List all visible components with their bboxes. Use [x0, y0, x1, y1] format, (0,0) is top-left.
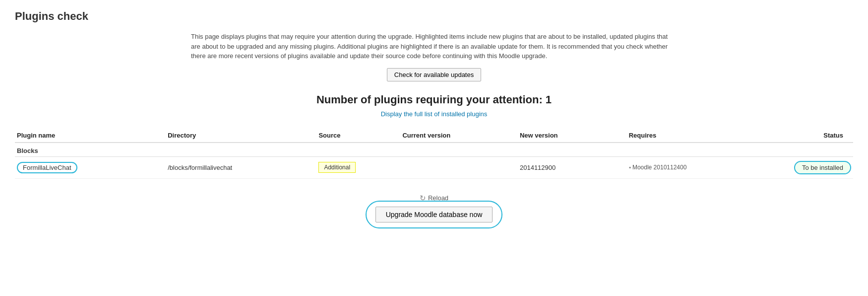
current-version [400, 156, 518, 178]
source-badge: Additional [318, 162, 356, 173]
bottom-section: ↻ Reload Upgrade Moodle database now [15, 194, 853, 222]
plugin-directory: /blocks/formillalivechat [166, 156, 316, 178]
reload-label: Reload [428, 194, 448, 202]
plugin-source: Additional [316, 156, 400, 178]
table-row: FormillaLiveChat/blocks/formillalivechat… [15, 156, 853, 178]
status-cell: To be installed [761, 156, 853, 178]
upgrade-button-wrap: Upgrade Moodle database now [375, 207, 493, 222]
reload-wrap: ↻ Reload [15, 194, 853, 203]
full-list-link[interactable]: Display the full list of installed plugi… [15, 110, 853, 118]
col-directory: Directory [166, 129, 316, 143]
intro-text: This page displays plugins that may requ… [191, 32, 677, 61]
col-requires: Requires [627, 129, 761, 143]
plugin-name-circled[interactable]: FormillaLiveChat [17, 162, 77, 173]
check-updates-button[interactable]: Check for available updates [387, 68, 481, 81]
col-new-version: New version [518, 129, 627, 143]
page-title: Plugins check [15, 10, 853, 23]
plugins-table: Plugin name Directory Source Current ver… [15, 129, 853, 179]
col-plugin-name: Plugin name [15, 129, 166, 143]
col-current-version: Current version [400, 129, 518, 143]
upgrade-button[interactable]: Upgrade Moodle database now [375, 207, 493, 222]
plugin-name-cell: FormillaLiveChat [15, 156, 166, 178]
col-status: Status [761, 129, 853, 143]
attention-heading: Number of plugins requiring your attenti… [15, 93, 853, 106]
status-badge: To be installed [794, 161, 851, 174]
requires-cell: ▪Moodle 2010112400 [627, 156, 761, 178]
section-row: Blocks [15, 143, 853, 157]
new-version: 2014112900 [518, 156, 627, 178]
col-source: Source [316, 129, 400, 143]
reload-icon: ↻ [420, 194, 426, 203]
